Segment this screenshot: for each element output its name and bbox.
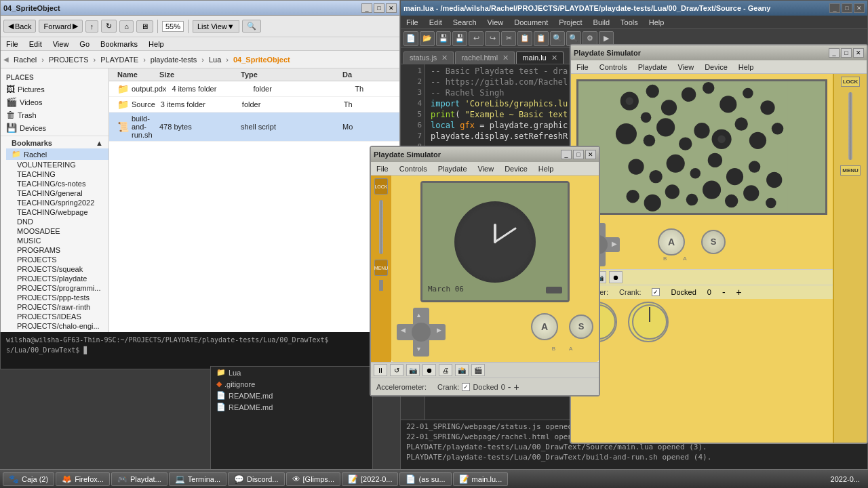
geany-minimize-button[interactable]: _ — [829, 3, 840, 13]
tab-status-js[interactable]: status.js ✕ — [403, 52, 454, 64]
menu-bookmarks[interactable]: Bookmarks — [98, 39, 140, 49]
search-button[interactable]: 🔍 — [242, 20, 261, 33]
location-lua[interactable]: Lua — [207, 55, 223, 64]
pdsim-back-menu-playdate[interactable]: Playdate — [635, 62, 670, 72]
taskbar-terminal[interactable]: 💻 Termina... — [169, 472, 226, 486]
crank-plus-back[interactable]: + — [736, 287, 742, 298]
pdsim-back-menu-view[interactable]: View — [675, 62, 697, 72]
pdsim-record-btn[interactable]: ⏺ — [422, 364, 436, 376]
location-playdate-tests[interactable]: playdate-tests — [149, 55, 199, 64]
geany-menu-document[interactable]: Document — [511, 18, 551, 27]
sidebar-item-volunteering[interactable]: VOLUNTEERING — [6, 160, 108, 169]
sidebar-item-teaching[interactable]: TEACHING — [6, 169, 108, 179]
sidebar-item-teaching-spring[interactable]: TEACHING/spring2022 — [6, 198, 108, 207]
geany-maximize-button[interactable]: □ — [842, 3, 852, 13]
crank-docked-checkbox-back[interactable]: ✓ — [652, 288, 660, 296]
geany-menu-tools[interactable]: Tools — [618, 18, 641, 27]
filetree-item-readme2[interactable]: 📄 README.md — [211, 401, 372, 413]
table-row[interactable]: 📁Source 3 items folder folder Th — [109, 97, 399, 113]
playdate-btn-a[interactable]: A — [531, 313, 558, 340]
save-file-button[interactable]: 💾 — [436, 31, 451, 46]
record-button[interactable]: ⏺ — [609, 271, 623, 283]
filetree-item-gitignore[interactable]: ◆ .gitignore — [211, 378, 372, 390]
forward-button[interactable]: Forward ▶ — [39, 20, 82, 33]
pdsim-capture-btn[interactable]: 📷 — [406, 364, 420, 376]
up-button[interactable]: ↑ — [85, 20, 99, 33]
sidebar-item-teaching-web[interactable]: TEACHING/webpage — [6, 207, 108, 217]
playdate-front-minimize[interactable]: _ — [561, 150, 572, 159]
pdsim-play-btn[interactable]: ⏸ — [374, 364, 387, 376]
tab-main-lua[interactable]: main.lu ✕ — [516, 52, 564, 64]
location-projects[interactable]: PROJECTS — [47, 55, 91, 64]
sidebar-item-music[interactable]: MUSIC — [6, 236, 108, 245]
playdate-back-btn-a[interactable]: A — [658, 228, 685, 256]
menu-button-back[interactable]: MENU — [840, 165, 861, 176]
location-current[interactable]: 04_SpriteObject — [231, 55, 292, 64]
taskbar-glimpse[interactable]: 👁 [Glimps... — [286, 472, 340, 486]
geany-menu-file[interactable]: File — [403, 18, 421, 27]
crank-plus[interactable]: + — [513, 382, 519, 392]
taskbar-caja[interactable]: 🐾 Caja (2) — [3, 472, 54, 486]
geany-close-button[interactable]: ✕ — [854, 3, 865, 13]
pdsim-back-menu-controls[interactable]: Controls — [597, 62, 630, 72]
geany-menu-project[interactable]: Project — [556, 18, 585, 27]
close-button[interactable]: ✕ — [386, 3, 397, 13]
crank-minus[interactable]: - — [508, 382, 511, 392]
playdate-front-close[interactable]: ✕ — [585, 150, 596, 159]
playdate-btn-s[interactable]: S — [569, 314, 593, 339]
menu-go[interactable]: Go — [77, 39, 92, 49]
sidebar-item-projects-rawr[interactable]: PROJECTS/rawr-rinth — [6, 302, 108, 312]
taskbar-2022[interactable]: 📝 [2022-0... — [342, 472, 398, 486]
playdate-front-maximize[interactable]: □ — [573, 150, 584, 159]
sidebar-item-teaching-gen[interactable]: TEACHING/general — [6, 188, 108, 198]
playdate-back-maximize[interactable]: □ — [841, 48, 852, 58]
open-file-button[interactable]: 📂 — [420, 31, 435, 46]
find-button[interactable]: 🔍 — [550, 31, 565, 46]
redo-button[interactable]: ↪ — [485, 31, 500, 46]
pdsim-menu-file[interactable]: File — [374, 164, 391, 174]
copy-button[interactable]: 📋 — [517, 31, 532, 46]
lock-button-front[interactable]: LOCK — [374, 178, 388, 195]
table-row[interactable]: 📜build-and-run.sh 478 bytes shell script… — [109, 113, 399, 142]
geany-menu-view[interactable]: View — [485, 18, 507, 27]
menu-file[interactable]: File — [3, 39, 21, 49]
playdate-back-close[interactable]: ✕ — [853, 48, 864, 58]
taskbar-playdate[interactable]: 🎮 Playdat... — [111, 472, 167, 486]
tab-close-icon[interactable]: ✕ — [502, 54, 509, 62]
pdsim-menu-view[interactable]: View — [475, 164, 497, 174]
pdsim-print-btn[interactable]: 🖨 — [439, 364, 452, 376]
location-rachel[interactable]: Rachel — [12, 55, 39, 64]
sidebar-item-projects-squeak[interactable]: PROJECTS/squeak — [6, 264, 108, 274]
crank-docked-checkbox[interactable]: ✓ — [462, 383, 470, 391]
list-view-button[interactable]: List View ▼ — [193, 20, 239, 33]
pdsim-video-btn[interactable]: 🎬 — [471, 364, 485, 376]
crank-minus-back[interactable]: - — [722, 287, 726, 298]
location-playdate[interactable]: PLAYDATE — [98, 55, 140, 64]
undo-button[interactable]: ↩ — [469, 31, 484, 46]
menu-view[interactable]: View — [50, 39, 72, 49]
menu-button-front[interactable]: MENU — [374, 260, 388, 276]
sidebar-item-projects-ppp[interactable]: PROJECTS/ppp-tests — [6, 293, 108, 302]
sidebar-item-devices[interactable]: 💾 Devices — [1, 121, 108, 134]
pdsim-menu-device[interactable]: Device — [502, 164, 530, 174]
col-name[interactable]: Name — [115, 70, 157, 79]
filetree-item-readme[interactable]: 📄 README.md — [211, 390, 372, 401]
reload-button[interactable]: ↻ — [101, 20, 117, 33]
playdate-back-btn-s[interactable]: S — [701, 230, 726, 254]
cut-button[interactable]: ✂ — [501, 31, 516, 46]
pdsim-restart-btn[interactable]: ↺ — [390, 364, 403, 376]
geany-menu-build[interactable]: Build — [591, 18, 612, 27]
menu-edit[interactable]: Edit — [26, 39, 45, 49]
col-size[interactable]: Size — [157, 70, 238, 79]
sidebar-item-trash[interactable]: 🗑 Trash — [1, 108, 108, 121]
pdsim-menu-help[interactable]: Help — [536, 164, 557, 174]
taskbar-mainlua[interactable]: 📝 main.lu... — [453, 472, 509, 486]
sidebar-item-moosadee[interactable]: MOOSADEE — [6, 226, 108, 236]
filetree-item-lua[interactable]: 📁 Lua — [211, 367, 372, 378]
table-row[interactable]: 📁output.pdx 4 items folder folder Th — [109, 81, 399, 97]
sidebar-item-rachel[interactable]: 📁 Rachel — [6, 148, 108, 160]
sidebar-item-projects-prog[interactable]: PROJECTS/programmi... — [6, 283, 108, 293]
sidebar-item-dnd[interactable]: DND — [6, 217, 108, 226]
sidebar-item-projects-playdate[interactable]: PROJECTS/playdate — [6, 274, 108, 283]
sidebar-item-projects-ideas[interactable]: PROJECTS/IDEAS — [6, 312, 108, 321]
